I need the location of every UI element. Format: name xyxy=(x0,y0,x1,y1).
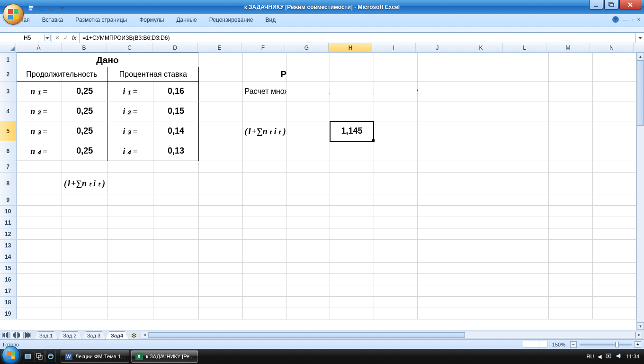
sheet-tab-3[interactable]: Зад.3 xyxy=(82,331,106,339)
cell-K18[interactable] xyxy=(461,297,505,308)
row-header-9[interactable]: 9 xyxy=(0,194,16,206)
cell-H2[interactable] xyxy=(330,67,374,82)
cell-A17[interactable] xyxy=(16,285,62,297)
cell-I2[interactable] xyxy=(374,67,417,82)
cell-B3[interactable]: 0,25 xyxy=(62,82,107,101)
cell-B12[interactable] xyxy=(62,228,107,240)
cell-C8[interactable] xyxy=(107,173,153,194)
cell-I14[interactable] xyxy=(374,251,417,263)
cell-H4[interactable] xyxy=(330,101,374,121)
cell-G9[interactable] xyxy=(286,194,330,206)
col-header-J[interactable]: J xyxy=(416,43,459,52)
cell-M13[interactable] xyxy=(549,240,592,251)
cell-N9[interactable] xyxy=(592,194,636,206)
cell-M9[interactable] xyxy=(549,194,592,206)
col-header-C[interactable]: C xyxy=(107,43,152,52)
col-header-F[interactable]: F xyxy=(242,43,285,52)
cell-H11[interactable] xyxy=(330,217,374,228)
cell-F12[interactable] xyxy=(242,228,286,240)
cell-E7[interactable] xyxy=(199,161,242,173)
cell-J8[interactable] xyxy=(418,173,461,194)
cell-B11[interactable] xyxy=(62,217,107,228)
cell-G5[interactable] xyxy=(286,121,330,141)
cell-J15[interactable] xyxy=(418,263,461,274)
cell-K11[interactable] xyxy=(461,217,505,228)
col-header-K[interactable]: K xyxy=(459,43,503,52)
sheet-tab-1[interactable]: Зад.1 xyxy=(34,331,58,339)
cell-N11[interactable] xyxy=(592,217,636,228)
cell-J14[interactable] xyxy=(418,251,461,263)
cell-H9[interactable] xyxy=(330,194,374,206)
cell-N7[interactable] xyxy=(592,161,636,173)
cell-K14[interactable] xyxy=(461,251,505,263)
cell-A5[interactable]: n ₃ = xyxy=(16,121,62,141)
cell-F1[interactable] xyxy=(242,53,286,67)
cell-I15[interactable] xyxy=(374,263,417,274)
tray-clock[interactable]: 11:34 xyxy=(626,354,639,359)
cell-E14[interactable] xyxy=(199,251,242,263)
qat-customize-dropdown[interactable] xyxy=(58,4,66,12)
cell-G15[interactable] xyxy=(286,263,330,274)
cell-B8[interactable]: (1+∑n ₜ i ₜ ) = ? xyxy=(62,173,107,194)
cell-C11[interactable] xyxy=(107,217,153,228)
cell-B17[interactable] xyxy=(62,285,107,297)
cell-L9[interactable] xyxy=(505,194,548,206)
row-header-2[interactable]: 2 xyxy=(0,67,16,82)
cell-L1[interactable] xyxy=(505,53,548,67)
cell-D18[interactable] xyxy=(153,297,198,308)
cell-I17[interactable] xyxy=(374,285,417,297)
cell-E4[interactable] xyxy=(199,101,242,121)
scroll-left-button[interactable]: ◄ xyxy=(141,332,148,338)
cell-A3[interactable]: n ₁ = xyxy=(16,82,62,101)
row-header-11[interactable]: 11 xyxy=(0,217,16,228)
cell-C18[interactable] xyxy=(107,297,153,308)
quicklaunch-desktop-icon[interactable] xyxy=(23,351,33,362)
scroll-right-button[interactable]: ► xyxy=(635,332,643,338)
cell-A14[interactable] xyxy=(16,251,62,263)
cell-H16[interactable] xyxy=(330,274,374,285)
minimize-button[interactable] xyxy=(589,0,603,9)
cell-K9[interactable] xyxy=(461,194,505,206)
cell-D10[interactable] xyxy=(153,206,198,217)
cell-E18[interactable] xyxy=(199,297,242,308)
cell-I5[interactable] xyxy=(374,121,417,141)
cell-I3[interactable] xyxy=(374,82,417,101)
cell-C14[interactable] xyxy=(107,251,153,263)
cell-K16[interactable] xyxy=(461,274,505,285)
cell-K12[interactable] xyxy=(461,228,505,240)
cell-N1[interactable] xyxy=(592,53,636,67)
cell-H1[interactable] xyxy=(330,53,374,67)
cell-G17[interactable] xyxy=(286,285,330,297)
cell-L14[interactable] xyxy=(505,251,548,263)
cell-N18[interactable] xyxy=(592,297,636,308)
cell-M7[interactable] xyxy=(549,161,592,173)
cell-F2[interactable]: Решение xyxy=(242,67,286,82)
row-header-8[interactable]: 8 xyxy=(0,173,16,194)
col-header-G[interactable]: G xyxy=(285,43,329,52)
ribbon-tab-pagelayout[interactable]: Разметка страницы xyxy=(69,14,133,27)
col-header-B[interactable]: B xyxy=(62,43,107,52)
cell-C3[interactable]: i ₁ = xyxy=(107,82,153,101)
cell-E5[interactable] xyxy=(199,121,242,141)
cell-N2[interactable] xyxy=(592,67,636,82)
cell-I8[interactable] xyxy=(374,173,417,194)
cell-B4[interactable]: 0,25 xyxy=(62,101,107,121)
cell-M18[interactable] xyxy=(549,297,592,308)
cell-I9[interactable] xyxy=(374,194,417,206)
cell-N15[interactable] xyxy=(592,263,636,274)
cell-K1[interactable] xyxy=(461,53,505,67)
cell-I19[interactable] xyxy=(374,308,417,319)
cell-M5[interactable] xyxy=(549,121,592,141)
cell-L15[interactable] xyxy=(505,263,548,274)
cell-H3[interactable] xyxy=(330,82,374,101)
cell-L7[interactable] xyxy=(505,161,548,173)
cell-I18[interactable] xyxy=(374,297,417,308)
cell-K3[interactable] xyxy=(461,82,505,101)
cell-E3[interactable] xyxy=(199,82,242,101)
formula-enter-icon[interactable]: ✓ xyxy=(63,35,68,41)
cell-B15[interactable] xyxy=(62,263,107,274)
cell-E9[interactable] xyxy=(199,194,242,206)
row-header-15[interactable]: 15 xyxy=(0,263,16,274)
cell-F8[interactable] xyxy=(242,173,286,194)
sheet-nav-first[interactable] xyxy=(2,332,9,338)
